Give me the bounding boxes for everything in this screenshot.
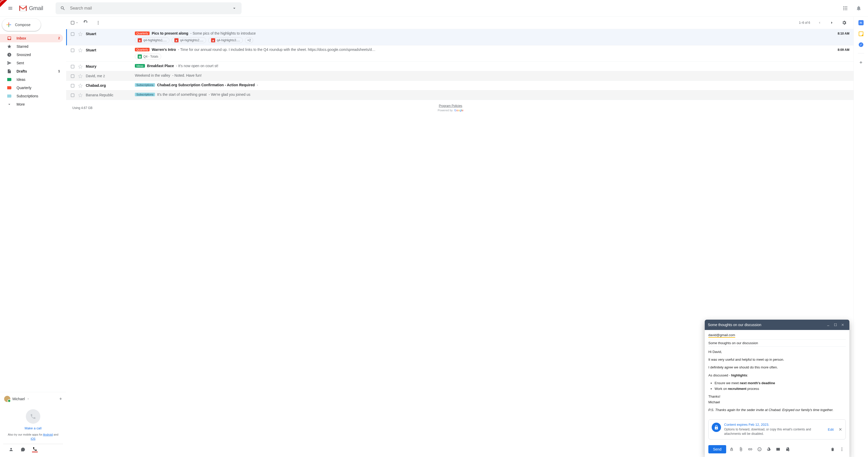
row-star[interactable] [78,47,83,53]
search-button[interactable] [58,3,68,13]
row-star[interactable] [78,92,83,98]
search-input[interactable] [70,6,227,10]
search-options-button[interactable] [229,3,240,13]
email-row[interactable]: Maury Ideas Breakfast Place - It's now o… [66,62,854,71]
search-bar[interactable] [56,2,242,14]
email-row[interactable]: David, me2 Weekend in the valley - Noted… [66,71,854,81]
row-label-subscriptions[interactable]: Subscriptions [135,93,155,96]
row-star[interactable] [78,83,83,88]
row-checkbox[interactable] [70,47,75,53]
calendar-addon[interactable] [859,20,864,25]
select-all-checkbox[interactable] [70,21,79,25]
confidential-edit-button[interactable]: Edit [828,428,834,431]
nav-starred[interactable]: Starred [0,42,63,51]
email-row[interactable]: Stuart Quarterly Pics to present along -… [66,29,854,45]
row-checkbox[interactable] [70,31,75,36]
svg-point-2 [845,6,845,7]
tasks-addon[interactable]: ✓ [859,42,863,47]
svg-point-21 [758,448,761,451]
chevron-down-icon [7,102,12,107]
newer-button[interactable] [814,18,825,28]
row-star[interactable] [78,73,83,78]
attachment-chip[interactable]: ▲q4-highlights2…. [172,37,206,43]
compose-paragraph: As discussed - highlights: [708,373,846,378]
insert-link-button[interactable] [746,445,754,453]
new-conversation-button[interactable]: + [59,396,62,402]
attachment-more[interactable]: +2 [245,37,253,43]
keep-addon[interactable] [859,32,863,36]
row-checkbox[interactable] [70,92,75,98]
row-checkbox[interactable] [70,73,75,78]
svg-point-4 [843,8,844,8]
image-icon: ▲ [175,38,179,42]
notifications-button[interactable] [854,3,864,13]
nav-more[interactable]: More [0,100,63,108]
row-label-subscriptions[interactable]: Subscriptions [135,83,155,87]
attachment-chip[interactable]: ▲q4-highlights3…. [208,37,243,43]
image-icon: ▲ [211,38,215,42]
row-checkbox[interactable] [70,83,75,88]
hangouts-phone-tab[interactable] [32,447,38,452]
nav-drafts-count: 1 [58,69,60,73]
apps-grid-icon [843,6,848,11]
confidential-mode-button[interactable] [783,445,791,453]
svg-point-6 [846,8,847,8]
android-link[interactable]: Android [43,433,53,436]
nav-snoozed[interactable]: Snoozed [0,51,63,59]
email-row[interactable]: Stuart Quarterly Warren's Intro - Time f… [66,45,854,62]
discard-draft-button[interactable] [829,445,836,453]
compose-more-button[interactable] [838,445,846,453]
attach-button[interactable] [737,445,745,453]
attachment-chip[interactable]: ▲q4-highlights1…. [135,37,169,43]
get-addons-button[interactable]: + [860,60,863,66]
row-star[interactable] [78,64,83,69]
compose-minimize-button[interactable] [825,321,832,328]
hangouts-contacts-tab[interactable] [8,447,14,452]
hangouts-chat-tab[interactable] [20,447,26,452]
row-label-ideas[interactable]: Ideas [135,64,145,68]
compose-label: Compose [15,23,30,27]
row-time [831,64,849,64]
compose-body[interactable]: Hi David, It was very useful and helpful… [705,347,849,418]
compose-close-button[interactable] [839,321,846,328]
refresh-button[interactable] [81,18,91,28]
label-ideas-icon [7,78,12,81]
settings-button[interactable] [839,18,849,28]
insert-emoji-button[interactable] [755,445,764,453]
row-label-quarterly[interactable]: Quarterly [135,32,150,35]
make-call-link[interactable]: Make a call [5,426,61,430]
user-menu-caret-icon[interactable] [27,398,29,400]
nav-subscriptions[interactable]: Subscriptions [0,92,63,100]
gmail-logo[interactable]: Gmail [19,5,43,11]
nav-inbox[interactable]: Inbox 2 [0,34,63,42]
nav-quarterly[interactable]: Quarterly [0,84,63,92]
row-checkbox[interactable] [70,64,75,69]
nav-ideas[interactable]: Ideas [0,75,63,84]
program-policies-link[interactable]: Program Policies [439,104,462,108]
older-button[interactable] [827,18,837,28]
formatting-button[interactable] [728,445,736,453]
insert-photo-button[interactable] [774,445,782,453]
compose-button[interactable]: Compose [2,19,41,31]
row-time [831,73,849,74]
ios-link[interactable]: iOS [31,437,35,440]
main-menu-button[interactable] [4,2,17,14]
nav-drafts[interactable]: Drafts 1 [0,67,63,75]
row-star[interactable] [78,31,83,36]
send-button[interactable]: Send [708,445,726,453]
email-row[interactable]: Banana Republic Subscriptions It's the s… [66,90,854,100]
google-apps-button[interactable] [840,3,850,13]
confidential-dismiss-button[interactable] [838,427,842,431]
compose-recipient-field[interactable]: david@gmail.com [708,331,846,339]
email-row[interactable]: Chabad.org Subscriptions Chabad.org Subs… [66,81,854,90]
confidential-mode-card: Content expires Feb 12, 2023. Options to… [708,419,846,439]
user-avatar[interactable] [4,396,10,402]
insert-drive-button[interactable] [765,445,773,453]
compose-fullscreen-button[interactable] [832,321,839,328]
nav-sent[interactable]: Sent [0,59,63,67]
more-actions-button[interactable] [93,18,103,28]
close-icon [838,427,842,431]
row-label-quarterly[interactable]: Quarterly [135,48,150,52]
attachment-chip[interactable]: ▦Q4 - Totals [135,54,161,59]
compose-subject-field[interactable]: Some thoughts on our discussion [708,339,846,347]
